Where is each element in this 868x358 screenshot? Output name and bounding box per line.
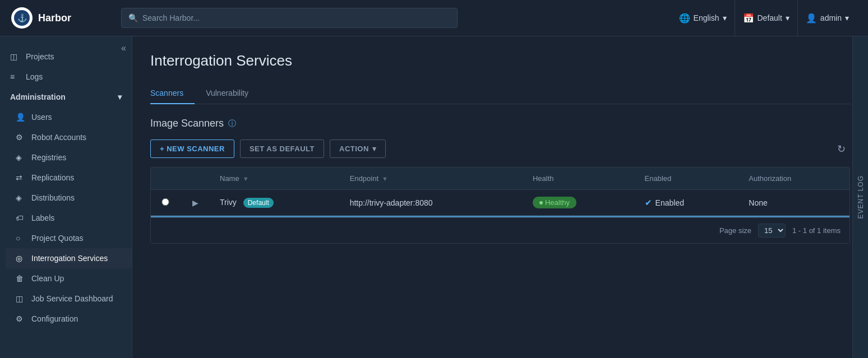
language-selector[interactable]: 🌐 English ▾ [671,0,735,36]
registries-icon: ◈ [16,153,26,162]
users-icon: 👤 [16,113,26,122]
sidebar-label-labels: Labels [31,213,54,222]
calendar-selector[interactable]: 📅 Default ▾ [735,0,798,36]
scanners-table: Name ▼ Endpoint ▼ Health [150,167,850,244]
new-scanner-button[interactable]: + NEW SCANNER [150,140,234,158]
col-checkbox [151,168,180,190]
name-filter-icon[interactable]: ▼ [243,175,249,182]
row-expand-cell[interactable]: ▶ [180,190,211,216]
row-default-badge: Default [243,198,274,208]
sidebar-collapse-btn[interactable]: « [121,43,126,53]
sidebar-label-replications: Replications [31,173,74,182]
table-row: ▶ Trivy Default http://trivy-adapter:808… [151,190,849,216]
row-expand-button[interactable]: ▶ [189,197,202,208]
col-health: Health [524,168,636,190]
sidebar-item-logs[interactable]: ≡ Logs [0,67,132,87]
calendar-label: Default [758,13,782,22]
sidebar-item-project-quotas[interactable]: ○ Project Quotas [6,228,132,248]
row-name-cell: Trivy Default [211,190,341,216]
sidebar-label-users: Users [31,113,52,122]
page-size-select[interactable]: 10 15 25 50 [758,224,786,238]
language-label: English [694,13,719,22]
refresh-button[interactable]: ↻ [833,141,850,157]
sidebar-label-job-service: Job Service Dashboard [31,294,113,303]
topbar-right: 🌐 English ▾ 📅 Default ▾ 👤 admin ▾ [671,0,857,36]
page-size-label: Page size [719,226,751,235]
toolbar: + NEW SCANNER SET AS DEFAULT ACTION ▾ ↻ [150,140,850,158]
search-box[interactable]: 🔍 [121,8,458,28]
sidebar-item-projects[interactable]: ◫ Projects [0,47,132,67]
set-as-default-button[interactable]: SET AS DEFAULT [240,140,324,158]
info-icon[interactable]: ⓘ [228,119,236,129]
user-label: admin [820,13,842,22]
action-button[interactable]: ACTION ▾ [330,140,386,158]
row-checkbox-cell[interactable] [151,190,180,216]
user-menu[interactable]: 👤 admin ▾ [798,0,857,36]
row-enabled-label: Enabled [655,198,684,207]
sidebar: « ◫ Projects ≡ Logs Administration ▾ 👤 U… [0,36,132,358]
sidebar-item-labels[interactable]: 🏷 Labels [6,208,132,228]
search-input[interactable] [142,13,450,22]
sidebar-label-projects: Projects [26,52,54,61]
calendar-chevron: ▾ [786,13,789,22]
user-chevron: ▾ [845,13,849,22]
col-health-label: Health [533,174,554,183]
sidebar-label-project-quotas: Project Quotas [31,234,84,243]
row-health-cell: Healthy [524,190,636,216]
col-authorization-label: Authorization [749,174,791,183]
sidebar-label-interrogation: Interrogation Services [31,254,108,263]
row-radio[interactable] [160,198,171,206]
sidebar-item-robot-accounts[interactable]: ⚙ Robot Accounts [6,127,132,147]
main-content: Interrogation Services Scanners Vulnerab… [132,36,868,358]
replications-icon: ⇄ [16,173,26,182]
table-footer: Page size 10 15 25 50 1 - 1 of 1 items [151,217,849,243]
endpoint-filter-icon[interactable]: ▼ [382,175,388,182]
col-authorization: Authorization [740,168,849,190]
logo-anchor [14,10,30,26]
row-authorization-cell: None [740,190,849,216]
administration-label: Administration [10,92,66,101]
sidebar-label-robot-accounts: Robot Accounts [31,133,86,142]
col-endpoint: Endpoint ▼ [341,168,524,190]
topbar: Harbor 🔍 🌐 English ▾ 📅 Default ▾ 👤 admin… [0,0,868,36]
configuration-icon: ⚙ [16,314,26,323]
language-chevron: ▾ [723,13,727,22]
sidebar-item-distributions[interactable]: ◈ Distributions [6,188,132,208]
administration-sub: 👤 Users ⚙ Robot Accounts ◈ Registries ⇄ … [0,107,132,329]
brand-name: Harbor [38,12,71,24]
row-endpoint: http://trivy-adapter:8080 [350,198,433,207]
sidebar-label-logs: Logs [26,72,43,81]
calendar-icon: 📅 [743,13,754,24]
section-title: Image Scanners [150,118,224,129]
sidebar-item-registries[interactable]: ◈ Registries [6,147,132,168]
action-label: ACTION [339,145,369,153]
sidebar-item-interrogation-services[interactable]: ◎ Interrogation Services [6,248,132,268]
pagination-info: 1 - 1 of 1 items [792,226,841,235]
logo-area: Harbor [11,7,112,29]
sidebar-label-registries: Registries [31,153,66,162]
action-chevron: ▾ [372,145,377,153]
row-health-badge: Healthy [533,197,576,208]
col-name: Name ▼ [211,168,341,190]
sidebar-label-distributions: Distributions [31,193,75,202]
row-endpoint-cell: http://trivy-adapter:8080 [341,190,524,216]
sidebar-item-replications[interactable]: ⇄ Replications [6,168,132,188]
project-quotas-icon: ○ [16,234,26,243]
row-enabled-cell: ✔ Enabled [636,190,740,216]
sidebar-item-job-service-dashboard[interactable]: ◫ Job Service Dashboard [6,289,132,309]
administration-chevron: ▾ [118,92,122,101]
tab-vulnerability[interactable]: Vulnerability [206,83,260,104]
sidebar-section-administration[interactable]: Administration ▾ [0,87,132,107]
event-log-panel[interactable]: EVENT LOG [852,36,868,358]
robot-accounts-icon: ⚙ [16,133,26,142]
sidebar-item-clean-up[interactable]: 🗑 Clean Up [6,268,132,289]
globe-icon: 🌐 [679,13,690,24]
row-authorization: None [749,198,767,207]
projects-icon: ◫ [10,52,20,61]
sidebar-item-users[interactable]: 👤 Users [6,107,132,127]
col-enabled: Enabled [636,168,740,190]
tabs-bar: Scanners Vulnerability [150,83,850,104]
tab-scanners[interactable]: Scanners [150,83,195,104]
sidebar-item-configuration[interactable]: ⚙ Configuration [6,309,132,329]
logs-icon: ≡ [10,72,20,81]
